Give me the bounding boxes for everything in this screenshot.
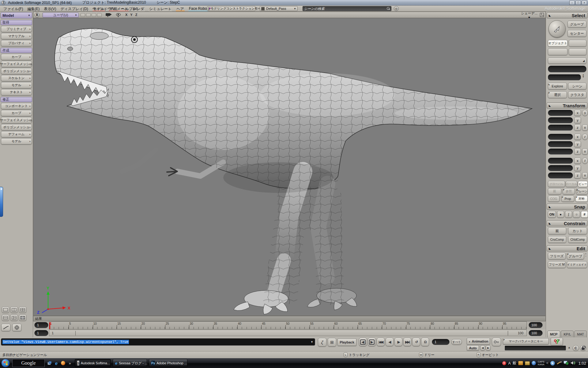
chldcomp-button[interactable]: ChldComp xyxy=(568,236,587,243)
viewport-layout-button-leftcol[interactable] xyxy=(10,315,18,321)
security-alert-icon[interactable]: ! xyxy=(502,361,506,365)
viewport-layout-button-quad[interactable] xyxy=(19,307,26,313)
sphere-tool-button[interactable] xyxy=(12,324,21,331)
scale-x-button[interactable]: x xyxy=(574,110,581,116)
viewport-resize-icon[interactable] xyxy=(540,13,544,17)
translate-x-field[interactable] xyxy=(548,158,573,164)
start-frame-field[interactable]: 1 xyxy=(34,322,48,328)
end-frame-field[interactable]: 100 xyxy=(529,322,543,328)
cycle-button[interactable]: C xyxy=(573,345,579,351)
toolbar-button[interactable]: カーブ▸ xyxy=(1,110,32,116)
scale-z-field[interactable] xyxy=(548,125,573,131)
axis-z-toggle[interactable]: Z xyxy=(135,13,138,17)
filter-slot-button-2[interactable] xyxy=(548,48,567,55)
menu-item[interactable]: ファイル(F) xyxy=(1,6,25,12)
ime-alpha-icon[interactable]: A xyxy=(508,361,511,366)
translate-y-field[interactable] xyxy=(548,165,573,171)
snap-curve-icon[interactable]: ʃ xyxy=(565,211,572,218)
menu-item[interactable]: ディスプレイ(D) xyxy=(58,6,90,12)
toolbar-button[interactable]: ポリゴンメッシュ▸ xyxy=(1,68,32,74)
range-handle-right[interactable] xyxy=(508,331,508,335)
rotate-z-field[interactable] xyxy=(548,148,573,155)
pencil-tool-button[interactable] xyxy=(1,324,10,331)
maximize-button[interactable]: □ xyxy=(575,1,581,5)
viewport-canvas[interactable]: Y X Z xyxy=(33,18,545,316)
toolbar-menu-item[interactable]: ヘア xyxy=(174,6,187,12)
tab-mat[interactable]: MAT xyxy=(574,331,586,337)
shading-mode-dropdown[interactable]: シェーデ... ▼ xyxy=(521,12,537,18)
immediate-button[interactable]: イミディエイト xyxy=(567,261,587,268)
tab-mcp[interactable]: MCP xyxy=(547,331,560,337)
edit-panel-header[interactable]: ◣ Edit xyxy=(547,245,587,251)
internet-explorer-icon[interactable]: e xyxy=(53,360,59,366)
viewport-layout-button-single[interactable] xyxy=(2,307,9,313)
selection-text-field[interactable] xyxy=(548,66,586,72)
snap-region-icon[interactable]: ○ xyxy=(573,211,580,218)
task-adobe-photoshop[interactable]: Ps Adobe Photoshop ... xyxy=(149,359,187,367)
scale-y-field[interactable] xyxy=(548,117,573,123)
select-panel-header[interactable]: ◣ Select xyxy=(547,12,587,18)
key-ring-button[interactable] xyxy=(492,338,501,346)
toolbar-button[interactable]: テキスト▸ xyxy=(1,89,32,95)
frame-step-forward-button[interactable]: ▶ xyxy=(368,338,376,346)
filter-slot-button-3[interactable] xyxy=(569,48,586,55)
scale-tool-button[interactable]: s xyxy=(582,110,588,116)
tray-collapse-icon[interactable]: < xyxy=(546,361,548,365)
show-desktop-icon[interactable] xyxy=(47,360,53,366)
view-mode-button[interactable]: ビュー xyxy=(578,181,588,187)
rotate-lock-icon[interactable]: ≡ xyxy=(582,148,588,155)
script-command-input[interactable]: SetValue "Views.ViewB.UserCamera.camdisp… xyxy=(1,338,315,346)
scene-button[interactable]: シーン xyxy=(568,83,586,90)
keyframe-keys-button[interactable] xyxy=(551,338,563,345)
center-button[interactable]: センター xyxy=(567,30,586,37)
toolbar-button[interactable]: サーフェイスメッシュ▸ xyxy=(1,117,32,123)
constrain-panel-header[interactable]: ◣ Constrain xyxy=(547,220,587,226)
minimize-button[interactable]: – xyxy=(569,1,575,5)
result-dropdown[interactable]: 結果 xyxy=(33,316,546,321)
select-tool-button[interactable] xyxy=(548,20,566,37)
audio-button[interactable]: Ω xyxy=(421,338,429,346)
menu-item[interactable]: 編集(E) xyxy=(25,6,42,12)
task-seesaa-blog[interactable]: e Seesaa ブログ - ... xyxy=(113,359,147,367)
spinner-down-icon[interactable]: ▼ xyxy=(582,76,584,78)
scene-search-input[interactable]: シーンの検索 xyxy=(303,6,391,11)
memo-cam-button-1[interactable] xyxy=(81,13,85,17)
toolbar-button[interactable]: スケルトン▸ xyxy=(1,75,32,81)
scale-lock-icon[interactable]: ≡ xyxy=(582,125,588,131)
toolbar-mode-dropdown[interactable]: Model ▼ xyxy=(1,12,32,18)
translate-tool-button[interactable]: t xyxy=(582,158,588,164)
translate-z-button[interactable]: z xyxy=(574,172,581,178)
snap-panel-header[interactable]: ◣ Snap xyxy=(547,204,587,210)
pass-dropdown[interactable]: Default_Pass ▼ xyxy=(260,6,298,11)
command-history-dropdown-icon[interactable]: ▼ xyxy=(311,340,313,343)
network-tray-icon[interactable] xyxy=(564,361,569,366)
constrain-cut-button[interactable]: カット xyxy=(568,228,587,234)
parent-mode-button[interactable]: 親 xyxy=(548,188,561,194)
tray-app-a-icon[interactable]: a xyxy=(550,361,555,366)
snap-on-button[interactable]: ON xyxy=(548,211,556,218)
quick-launch-overflow-chevron[interactable]: » xyxy=(67,360,73,366)
scale-x-field[interactable] xyxy=(548,110,573,116)
translate-y-button[interactable]: y xyxy=(574,165,581,171)
section-header-get[interactable]: 取得 xyxy=(1,20,32,25)
script-editor-button[interactable]: ζ xyxy=(318,338,326,347)
start-button[interactable] xyxy=(1,359,10,367)
edit-group-button[interactable]: ◤グループ xyxy=(567,253,584,259)
timeline-range-scrollbar[interactable]: 1 100 xyxy=(49,330,527,336)
constrain-parent-button[interactable]: 親 xyxy=(548,228,566,234)
frame-ruler[interactable]: 15101520253035404550556065707580859095 xyxy=(49,321,527,329)
memo-cam-button-2[interactable] xyxy=(86,13,91,17)
scale-y-button[interactable]: y xyxy=(574,117,581,123)
toolbar-button[interactable]: プリミティブ▸ xyxy=(1,26,32,32)
selection-name-field[interactable] xyxy=(548,74,581,80)
cluster-button[interactable]: クラスタ xyxy=(568,91,586,98)
scale-z-button[interactable]: z xyxy=(574,125,581,131)
translate-lock-icon[interactable]: ≡ xyxy=(582,172,588,178)
toolbar-menu-item[interactable]: モデル xyxy=(91,6,107,12)
docked-taskbar-tab[interactable] xyxy=(0,187,3,217)
transform-panel-header[interactable]: ◣ Transform xyxy=(547,102,587,109)
autokey-button[interactable]: Auto xyxy=(467,345,479,351)
ime-mode-icon[interactable]: 般 xyxy=(513,361,516,366)
toolbar-button[interactable]: モデル▸ xyxy=(1,138,32,144)
menu-item[interactable]: 表示(V) xyxy=(42,6,58,12)
